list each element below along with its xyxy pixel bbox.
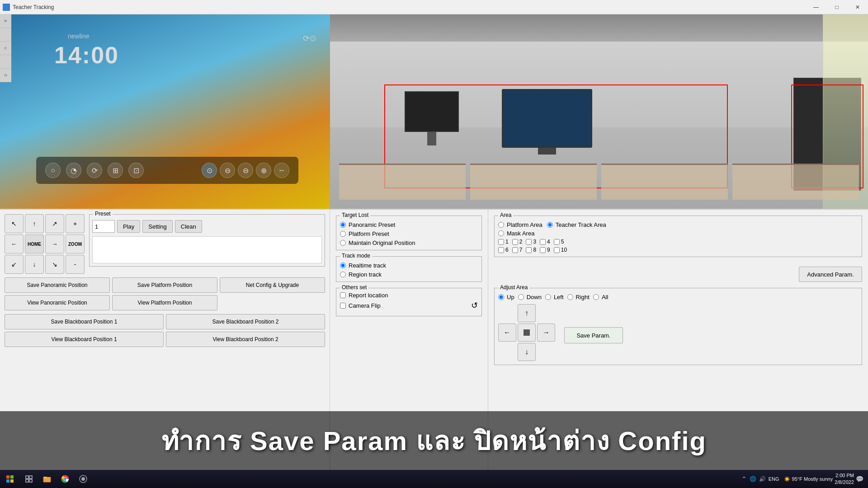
adjust-all-option[interactable]: All <box>593 294 608 300</box>
teacher-track-area-radio[interactable] <box>547 222 553 228</box>
bar-icon-9[interactable]: ⊕ <box>256 163 271 178</box>
weather-text: 95°F Mostly sunny <box>792 476 833 482</box>
adjust-right-option[interactable]: Right <box>567 294 590 300</box>
bar-icon-10[interactable]: ↔ <box>274 163 289 178</box>
realtime-track-radio[interactable] <box>340 263 346 268</box>
adjust-down-radio[interactable] <box>518 294 524 300</box>
volume-icon[interactable]: 🔊 <box>759 476 766 482</box>
bar-icon-3[interactable]: ⟳ <box>87 163 102 178</box>
chrome-icon[interactable] <box>56 470 74 488</box>
close-button[interactable]: ✕ <box>847 0 868 14</box>
side-icon-5[interactable]: O <box>0 69 11 82</box>
bar-icon-1[interactable]: ○ <box>45 163 61 178</box>
bar-icon-4[interactable]: ⊞ <box>108 163 123 178</box>
num-check-10[interactable]: 10 <box>554 247 567 253</box>
titlebar: Teacher Tracking — □ ✕ <box>0 0 868 14</box>
up-button[interactable]: ↑ <box>25 214 44 233</box>
upleft-button[interactable]: ↖ <box>5 214 24 233</box>
adjust-all-radio[interactable] <box>593 294 599 300</box>
adjust-left-radio[interactable] <box>545 294 551 300</box>
num-check-6[interactable]: 6 <box>498 247 509 253</box>
platform-area-radio[interactable] <box>498 222 504 228</box>
play-button[interactable]: Play <box>117 220 140 233</box>
num-check-4[interactable]: 4 <box>540 239 550 245</box>
file-explorer-icon[interactable] <box>38 470 56 488</box>
adjust-up-arrow[interactable]: ↑ <box>518 304 536 322</box>
lang-indicator[interactable]: ENG <box>769 476 779 482</box>
adjust-down-arrow[interactable]: ↓ <box>518 343 536 361</box>
view-platform-button[interactable]: View Platform Position <box>112 295 217 310</box>
num-check-9[interactable]: 9 <box>540 247 550 253</box>
notification-icon[interactable]: 💬 <box>856 475 863 483</box>
home-button[interactable]: HOME <box>25 235 44 253</box>
save-blackboard2-button[interactable]: Save Blackboard Position 2 <box>166 314 325 329</box>
teacher-track-area-option[interactable]: Teacher Track Area <box>547 221 606 228</box>
save-platform-button[interactable]: Save Platform Position <box>112 277 217 293</box>
minimize-button[interactable]: — <box>806 0 826 14</box>
bar-icon-8[interactable]: ⊖ <box>238 163 253 178</box>
zoom-button[interactable]: ZOOM <box>66 235 85 253</box>
accessibility-icon[interactable] <box>74 470 92 488</box>
panoramic-preset-option[interactable]: Panoramic Preset <box>340 221 478 228</box>
side-icon-4[interactable] <box>0 55 11 69</box>
adjust-right-radio[interactable] <box>567 294 573 300</box>
left-button[interactable]: ← <box>5 235 24 253</box>
mask-area-option[interactable]: Mask Area <box>498 230 534 237</box>
mask-area-radio[interactable] <box>498 230 504 236</box>
adjust-left-arrow[interactable]: ← <box>498 324 516 342</box>
bar-icon-2[interactable]: ◔ <box>66 163 81 178</box>
adjust-down-option[interactable]: Down <box>518 294 542 300</box>
maintain-original-option[interactable]: Maintain Original Position <box>340 239 478 246</box>
downleft-button[interactable]: ↙ <box>5 255 24 274</box>
report-location-checkbox[interactable] <box>340 292 346 298</box>
save-param-button[interactable]: Save Param. <box>564 327 623 343</box>
chevron-up-icon[interactable]: ⌃ <box>741 475 747 483</box>
num-check-7[interactable]: 7 <box>512 247 523 253</box>
adjust-left-option[interactable]: Left <box>545 294 564 300</box>
preset-box: Preset Play Setting Clean <box>89 214 325 267</box>
setting-button[interactable]: Setting <box>142 220 172 233</box>
num-check-1[interactable]: 1 <box>498 239 509 245</box>
realtime-track-option[interactable]: Realtime track <box>340 262 478 269</box>
camera-flip-checkbox[interactable] <box>340 303 346 309</box>
num-check-3[interactable]: 3 <box>526 239 536 245</box>
save-panoramic-button[interactable]: Save Panoramic Position <box>5 277 110 293</box>
adjust-right-arrow[interactable]: → <box>537 324 555 342</box>
right-button[interactable]: → <box>45 235 64 253</box>
maintain-original-radio[interactable] <box>340 240 346 246</box>
downright-button[interactable]: ↘ <box>45 255 64 274</box>
num-check-2[interactable]: 2 <box>512 239 523 245</box>
platform-area-option[interactable]: Platform Area <box>498 221 542 228</box>
network-icon[interactable]: 🌐 <box>750 476 756 482</box>
taskview-button[interactable] <box>20 470 38 488</box>
down-button[interactable]: ↓ <box>25 255 44 274</box>
view-blackboard2-button[interactable]: View Blackboard Position 2 <box>166 332 325 347</box>
minus-button[interactable]: - <box>66 255 85 274</box>
panoramic-preset-radio[interactable] <box>340 222 346 228</box>
region-track-radio[interactable] <box>340 272 346 277</box>
platform-preset-option[interactable]: Platform Preset <box>340 230 478 237</box>
num-check-5[interactable]: 5 <box>554 239 564 245</box>
adjust-up-option[interactable]: Up <box>498 294 514 300</box>
platform-preset-radio[interactable] <box>340 231 346 237</box>
region-track-option[interactable]: Region track <box>340 271 478 278</box>
net-config-button[interactable]: Net Config & Upgrade <box>220 277 325 293</box>
plus-button[interactable]: + <box>66 214 85 233</box>
start-button[interactable] <box>0 470 20 488</box>
bar-icon-6[interactable]: ⊙ <box>202 163 217 178</box>
view-panoramic-button[interactable]: View Panoramic Position <box>5 295 110 310</box>
bar-icon-7[interactable]: ⊖ <box>220 163 235 178</box>
advanced-param-button[interactable]: Advanced Param. <box>799 267 862 282</box>
side-icon-1[interactable]: R <box>0 14 11 28</box>
maximize-button[interactable]: □ <box>826 0 847 14</box>
save-blackboard1-button[interactable]: Save Blackboard Position 1 <box>5 314 164 329</box>
side-icon-2[interactable] <box>0 28 11 42</box>
side-icon-3[interactable]: C <box>0 42 11 55</box>
clean-button[interactable]: Clean <box>175 220 202 233</box>
bar-icon-5[interactable]: ⊡ <box>128 163 144 178</box>
view-blackboard1-button[interactable]: View Blackboard Position 1 <box>5 332 164 347</box>
adjust-up-radio[interactable] <box>498 294 504 300</box>
num-check-8[interactable]: 8 <box>526 247 536 253</box>
upright-button[interactable]: ↗ <box>45 214 64 233</box>
preset-input[interactable] <box>92 220 115 233</box>
